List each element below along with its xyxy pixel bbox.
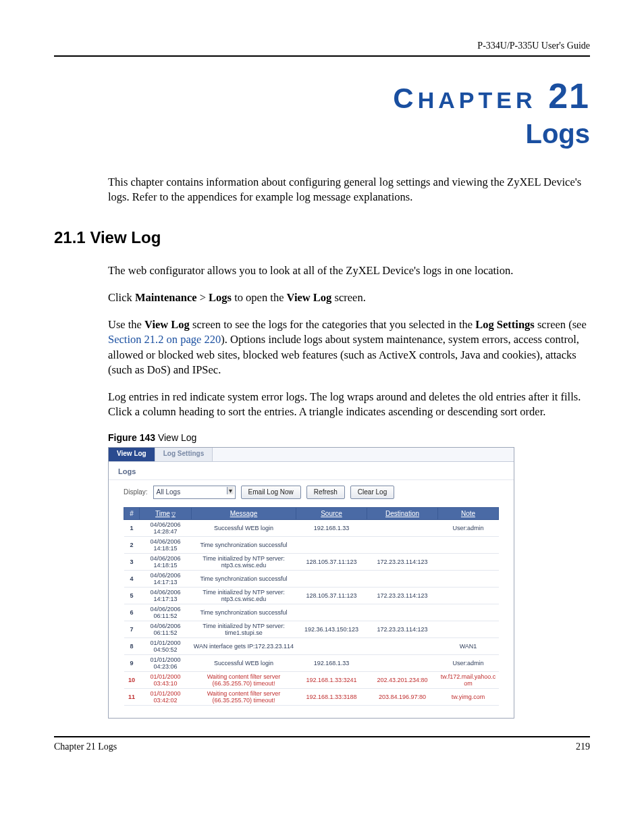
- cell-source: 192.168.1.33:3241: [296, 671, 367, 688]
- table-row: 901/01/2000 04:23:06Successful WEB login…: [124, 654, 499, 671]
- tab-log-settings[interactable]: Log Settings: [155, 448, 213, 461]
- paragraph-4: Log entries in red indicate system error…: [108, 390, 590, 420]
- table-row: 604/06/2006 06:11:52Time synchronization…: [124, 604, 499, 621]
- cell-message: Time initialized by NTP server: ntp3.cs.…: [192, 553, 296, 570]
- display-label: Display:: [124, 488, 148, 496]
- cell-time: 04/06/2006 06:11:52: [140, 621, 192, 637]
- clear-log-button[interactable]: Clear Log: [350, 486, 394, 499]
- cell-source: 128.105.37.11:123: [296, 587, 367, 604]
- cell-time: 04/06/2006 14:17:13: [140, 570, 192, 587]
- cell-message: Time initialized by NTP server: time1.st…: [192, 621, 296, 637]
- cell-destination: 203.84.196.97:80: [367, 688, 438, 705]
- chapter-number: 21: [548, 76, 590, 115]
- cell-source: [296, 570, 367, 587]
- cell-destination: 172.23.23.114:123: [367, 587, 438, 604]
- col-time[interactable]: Time▽: [140, 507, 192, 519]
- table-row: 504/06/2006 14:17:13Time initialized by …: [124, 587, 499, 604]
- tab-view-log[interactable]: View Log: [109, 448, 155, 461]
- cell-message: Time synchronization successful: [192, 570, 296, 587]
- cell-num: 1: [124, 519, 140, 536]
- cell-note: [438, 621, 499, 637]
- footer-page-number: 219: [576, 741, 590, 752]
- col-note[interactable]: Note: [438, 507, 499, 519]
- cell-note: User:admin: [438, 654, 499, 671]
- cell-num: 2: [124, 536, 140, 553]
- cell-source: 192.168.1.33:3188: [296, 688, 367, 705]
- cell-time: 01/01/2000 04:50:52: [140, 637, 192, 654]
- display-select[interactable]: All Logs: [153, 486, 236, 499]
- cell-message: Successful WEB login: [192, 519, 296, 536]
- cell-time: 04/06/2006 14:18:15: [140, 536, 192, 553]
- cell-destination: [367, 570, 438, 587]
- paragraph-3: Use the View Log screen to see the logs …: [108, 317, 590, 377]
- page-footer: Chapter 21 Logs 219: [54, 736, 590, 752]
- cell-time: 01/01/2000 03:43:10: [140, 671, 192, 688]
- body-block: The web configurator allows you to look …: [108, 263, 590, 420]
- cell-num: 6: [124, 604, 140, 621]
- cell-note: tw.f172.mail.yahoo.com: [438, 671, 499, 688]
- email-log-now-button[interactable]: Email Log Now: [241, 486, 301, 499]
- col-num[interactable]: #: [124, 507, 140, 519]
- cell-destination: 202.43.201.234:80: [367, 671, 438, 688]
- log-table: # Time▽ Message Source Destination Note …: [124, 507, 499, 706]
- table-row: 104/06/2006 14:28:47Successful WEB login…: [124, 519, 499, 536]
- footer-left: Chapter 21 Logs: [54, 741, 117, 752]
- cell-source: 128.105.37.11:123: [296, 553, 367, 570]
- cell-message: Waiting content filter server (66.35.255…: [192, 688, 296, 705]
- table-row: 304/06/2006 14:18:15Time initialized by …: [124, 553, 499, 570]
- cell-message: Successful WEB login: [192, 654, 296, 671]
- cell-time: 04/06/2006 14:18:15: [140, 553, 192, 570]
- cell-note: [438, 604, 499, 621]
- refresh-button[interactable]: Refresh: [306, 486, 345, 499]
- cell-source: [296, 604, 367, 621]
- cell-source: [296, 536, 367, 553]
- cell-note: [438, 536, 499, 553]
- section-cross-ref-link[interactable]: Section 21.2 on page 220: [108, 333, 221, 346]
- cell-time: 01/01/2000 03:42:02: [140, 688, 192, 705]
- panel-title-logs: Logs: [109, 462, 514, 480]
- cell-source: 192.168.1.33: [296, 519, 367, 536]
- table-row: 801/01/2000 04:50:52WAN interface gets I…: [124, 637, 499, 654]
- cell-note: [438, 570, 499, 587]
- cell-destination: [367, 519, 438, 536]
- cell-destination: [367, 604, 438, 621]
- section-heading: 21.1 View Log: [54, 228, 590, 247]
- cell-num: 7: [124, 621, 140, 637]
- cell-num: 3: [124, 553, 140, 570]
- cell-destination: 172.23.23.114:123: [367, 621, 438, 637]
- cell-note: User:admin: [438, 519, 499, 536]
- col-message[interactable]: Message: [192, 507, 296, 519]
- chapter-subtitle: Logs: [54, 119, 590, 149]
- header-rule: [54, 55, 590, 57]
- paragraph-2: Click Maintenance > Logs to open the Vie…: [108, 290, 590, 305]
- cell-note: [438, 553, 499, 570]
- cell-num: 4: [124, 570, 140, 587]
- cell-num: 5: [124, 587, 140, 604]
- cell-note: WAN1: [438, 637, 499, 654]
- chapter-rest: HAPTER: [418, 87, 537, 113]
- sort-indicator-icon: ▽: [171, 511, 176, 517]
- cell-source: [296, 637, 367, 654]
- cell-message: Time synchronization successful: [192, 604, 296, 621]
- paragraph-1: The web configurator allows you to look …: [108, 263, 590, 278]
- cell-num: 8: [124, 637, 140, 654]
- cell-destination: [367, 654, 438, 671]
- cell-message: WAN interface gets IP:172.23.23.114: [192, 637, 296, 654]
- log-controls: Display: All Logs Email Log Now Refresh …: [109, 480, 514, 504]
- cell-note: [438, 587, 499, 604]
- table-row: 1001/01/2000 03:43:10Waiting content fil…: [124, 671, 499, 688]
- cell-time: 04/06/2006 14:28:47: [140, 519, 192, 536]
- col-destination[interactable]: Destination: [367, 507, 438, 519]
- cell-message: Waiting content filter server (66.35.255…: [192, 671, 296, 688]
- cell-destination: [367, 536, 438, 553]
- col-source[interactable]: Source: [296, 507, 367, 519]
- cell-num: 9: [124, 654, 140, 671]
- chapter-intro: This chapter contains information about …: [108, 175, 590, 205]
- doc-guide-name: P-334U/P-335U User's Guide: [54, 41, 590, 51]
- cell-num: 10: [124, 671, 140, 688]
- cell-destination: [367, 637, 438, 654]
- table-row: 204/06/2006 14:18:15Time synchronization…: [124, 536, 499, 553]
- cell-destination: 172.23.23.114:123: [367, 553, 438, 570]
- screenshot-tabs: View Log Log Settings: [109, 448, 514, 462]
- table-row: 704/06/2006 06:11:52Time initialized by …: [124, 621, 499, 637]
